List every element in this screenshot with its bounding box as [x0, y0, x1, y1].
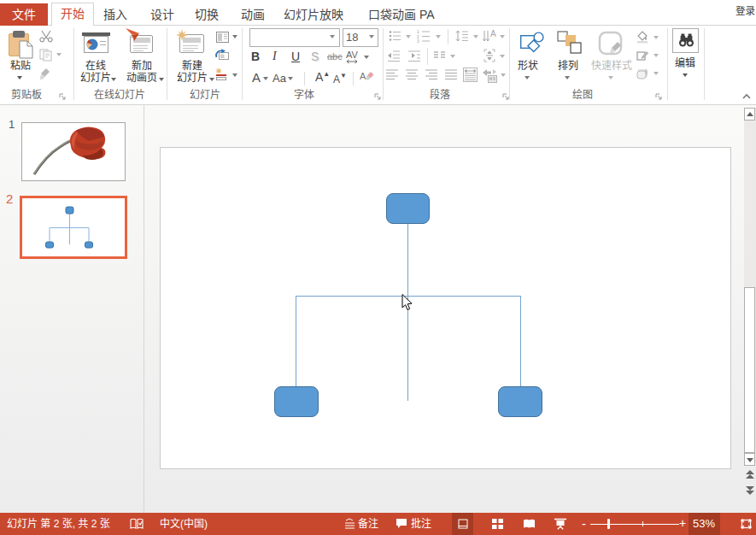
svg-text:3: 3	[417, 38, 419, 43]
svg-text:A: A	[360, 71, 366, 81]
svg-text:A: A	[490, 29, 496, 38]
svg-text:AV: AV	[346, 50, 359, 60]
